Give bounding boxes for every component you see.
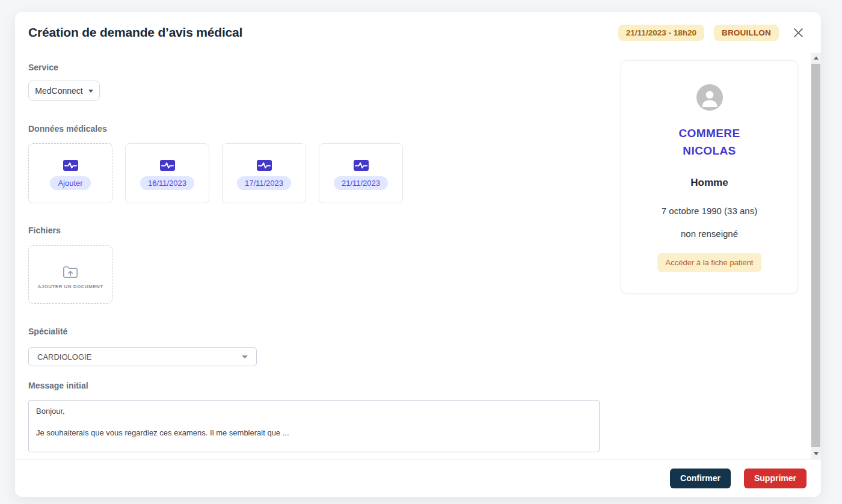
status-badge: BROUILLON [714, 25, 779, 41]
initial-message-textarea[interactable]: Bonjour, Je souhaiterais que vous regard… [28, 400, 600, 452]
chevron-down-icon [88, 90, 93, 93]
pulse-icon [63, 160, 78, 171]
medical-data-card[interactable]: 16/11/2023 [125, 143, 209, 203]
service-select-value: MedConnect [35, 86, 82, 96]
add-medical-data-card[interactable]: Ajouter [28, 143, 112, 203]
message-label: Message initial [28, 381, 615, 390]
confirm-button[interactable]: Confirmer [670, 469, 731, 488]
datetime-badge-time: 18h20 [674, 28, 696, 37]
add-document-label: AJOUTER UN DOCUMENT [38, 284, 103, 289]
patient-extra-info: non renseigné [681, 229, 738, 239]
modal-footer: Confirmer Supprimer [15, 459, 821, 497]
service-label: Service [28, 63, 615, 72]
files-label: Fichiers [28, 226, 615, 235]
patient-name: COMMERE NICOLAS [678, 124, 740, 159]
scroll-up-arrow-icon[interactable] [811, 53, 821, 63]
medical-data-date-pill: 17/11/2023 [237, 176, 291, 190]
pulse-icon [160, 160, 175, 171]
folder-upload-icon [63, 266, 78, 278]
medical-data-date-pill: 21/11/2023 [334, 176, 388, 190]
patient-last-name: COMMERE [678, 124, 740, 142]
modal-body: Service MedConnect Données médicales Ajo… [15, 53, 821, 459]
datetime-badge: 21/11/2023 - 18h20 [618, 25, 704, 41]
pulse-icon [354, 160, 369, 171]
specialty-select[interactable]: CARDIOLOGIE [28, 347, 257, 366]
medical-data-card[interactable]: 17/11/2023 [222, 143, 306, 203]
chevron-down-icon [242, 355, 248, 358]
medical-data-date-pill: 16/11/2023 [140, 176, 194, 190]
patient-card: COMMERE NICOLAS Homme 7 octobre 1990 (33… [621, 60, 798, 293]
medical-data-cards: Ajouter 16/11/2023 17/11/2023 [28, 143, 615, 203]
patient-record-button[interactable]: Accéder à la fiche patient [657, 253, 762, 272]
specialty-label: Spécialité [28, 327, 615, 336]
scrollbar-thumb[interactable] [811, 64, 820, 447]
vertical-scrollbar[interactable] [811, 53, 821, 459]
delete-button[interactable]: Supprimer [744, 469, 807, 488]
pulse-icon [257, 160, 272, 171]
form-column: Service MedConnect Données médicales Ajo… [28, 53, 615, 455]
medical-data-label: Données médicales [28, 124, 615, 134]
specialty-select-value: CARDIOLOGIE [37, 352, 91, 361]
page-title: Création de demande d’avis médical [28, 25, 618, 40]
scroll-down-arrow-icon[interactable] [811, 449, 821, 459]
service-select[interactable]: MedConnect [28, 81, 100, 101]
close-icon[interactable] [791, 25, 805, 40]
modal-header: Création de demande d’avis médical 21/11… [15, 12, 821, 53]
datetime-badge-date: 21/11/2023 - [626, 28, 674, 37]
add-document-dropzone[interactable]: AJOUTER UN DOCUMENT [28, 245, 112, 304]
add-medical-data-pill: Ajouter [50, 176, 90, 190]
patient-gender: Homme [690, 177, 728, 189]
avatar [696, 84, 723, 111]
patient-birthdate: 7 octobre 1990 (33 ans) [662, 206, 757, 216]
patient-first-name: NICOLAS [678, 142, 740, 159]
create-medical-opinion-modal: Création de demande d’avis médical 21/11… [15, 12, 821, 497]
medical-data-card[interactable]: 21/11/2023 [319, 143, 403, 203]
